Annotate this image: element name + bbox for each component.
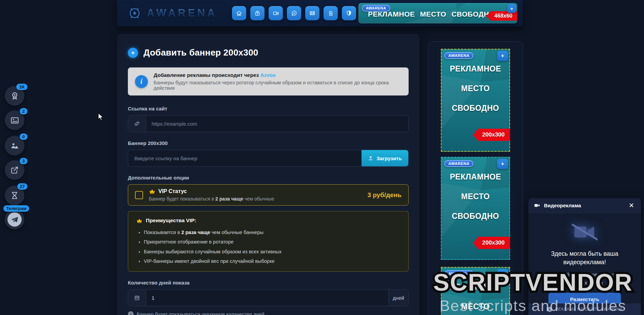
document-icon	[328, 10, 334, 16]
banner-field-label: Баннер 200x300	[128, 140, 409, 146]
side-banner-ad[interactable]: AWARENA + РЕКЛАМНОЕ МЕСТО СВОБОДНО 200x3…	[441, 49, 510, 152]
crown-icon	[149, 189, 155, 194]
bag-icon	[254, 10, 260, 16]
vip-benefits-box: Преимущества VIP: Показывается в 2 раза …	[128, 211, 409, 272]
nav-shield-button[interactable]	[342, 6, 356, 20]
shield-icon	[346, 10, 352, 16]
side-banners-panel: AWARENA + РЕКЛАМНОЕ МЕСТО СВОБОДНО 200x3…	[428, 41, 523, 315]
ad-add-button[interactable]: +	[497, 269, 508, 279]
ad-line: РЕКЛАМНОЕ	[450, 172, 501, 182]
alert-subtitle: Баннеры будут показываться через ротатор…	[154, 80, 402, 91]
nav-home-button[interactable]	[232, 6, 246, 20]
days-group: дней	[128, 289, 409, 306]
vip-description: Баннер будет показываться в 2 раза чаще …	[149, 196, 274, 202]
ad-text: РЕКЛАМНОЕ МЕСТО СВОБОДНО	[442, 64, 509, 113]
floating-links-button[interactable]: 3	[5, 160, 24, 180]
benefit-bold: 2 раза чаще	[181, 230, 210, 235]
ad-line: СВОБОДНО	[452, 104, 499, 113]
nav-shop-button[interactable]	[250, 6, 265, 20]
navbar-menu	[232, 6, 356, 20]
azvox-link[interactable]: Azvox	[260, 72, 276, 78]
ad-brand-badge: AWARENA	[444, 160, 473, 167]
home-icon	[236, 10, 242, 16]
external-link-icon	[10, 166, 19, 174]
floating-pending-button[interactable]: 27	[5, 186, 24, 205]
days-unit: дней	[388, 290, 408, 306]
banner-url-input[interactable]	[128, 150, 362, 166]
benefit-text: чем обычные баннеры	[210, 230, 264, 235]
site-link-input[interactable]	[146, 115, 408, 132]
floating-portrait-banners-button[interactable]: 0	[5, 136, 24, 155]
image-icon	[10, 116, 19, 125]
upload-icon	[368, 155, 373, 161]
badge-count: 27	[17, 183, 27, 190]
top-navbar: AWARENA AWARENA РЕКЛАМНОЕ МЕСТО СВОБОДНО…	[117, 0, 523, 26]
top-banner-ad[interactable]: AWARENA РЕКЛАМНОЕ МЕСТО СВОБОДНО 468x60 …	[358, 3, 517, 23]
ad-size-badge: 200x300	[473, 237, 510, 249]
video-camera-icon	[273, 10, 279, 17]
ad-line: МЕСТО	[461, 84, 490, 93]
card-title-row: + Добавить баннер 200x300	[128, 47, 409, 58]
benefits-title: Преимущества VIP:	[146, 217, 196, 224]
badge-label: Телеграм	[3, 205, 29, 212]
info-alert: i Добавление рекламы происходит через Az…	[128, 67, 409, 96]
vip-text: VIP Статус Баннер будет показываться в 2…	[149, 188, 274, 202]
video-slash-icon	[572, 223, 598, 241]
ad-line: МЕСТО	[461, 302, 490, 311]
vip-option[interactable]: VIP Статус Баннер будет показываться в 2…	[128, 184, 409, 206]
ad-brand-badge: AWARENA	[444, 270, 473, 277]
badge-count: 0	[20, 133, 27, 140]
link-icon	[128, 115, 146, 132]
ad-line: РЕКЛАМНОЕ	[450, 64, 501, 74]
mail-icon	[309, 10, 315, 16]
info-circle-icon: i	[135, 75, 148, 88]
ad-text: РЕКЛАМНОЕ МЕСТО СВОБОДНО	[442, 282, 509, 315]
ad-line: МЕСТО	[461, 192, 490, 201]
days-hint: i Баннер будет показываться указанное ко…	[128, 311, 409, 315]
floating-awards-button[interactable]: 1K	[5, 86, 24, 106]
calendar-icon	[128, 290, 146, 306]
floating-banners-button[interactable]: 2	[5, 110, 24, 130]
ad-add-button[interactable]: +	[497, 51, 508, 61]
nav-document-button[interactable]	[324, 6, 338, 20]
ad-text: РЕКЛАМНОЕ МЕСТО СВОБОДНО	[368, 10, 495, 18]
upload-button[interactable]: Загрузить	[362, 150, 408, 166]
side-banner-ad[interactable]: AWARENA + РЕКЛАМНОЕ МЕСТО СВОБОДНО 200x3…	[441, 157, 510, 260]
ad-add-button[interactable]: +	[507, 4, 516, 13]
vip-desc-prefix: Баннер будет показываться в	[149, 196, 215, 202]
ad-brand-badge: AWARENA	[444, 52, 473, 59]
site-link-label: Ссылка на сайт	[128, 106, 409, 111]
close-icon[interactable]: ✕	[627, 202, 636, 209]
award-icon	[10, 91, 19, 101]
awarena-logo-icon	[127, 6, 142, 21]
floating-telegram-button[interactable]: Телеграм	[5, 210, 24, 229]
nav-video-button[interactable]	[269, 6, 283, 20]
ad-add-button[interactable]: +	[497, 159, 508, 169]
add-banner-card: + Добавить баннер 200x300 i Добавление р…	[117, 34, 419, 315]
popup-header: Видеореклама ✕	[528, 198, 641, 213]
alert-content: Добавление рекламы происходит через Azvo…	[154, 72, 402, 91]
popup-subheading: Привлекайте клиентов с помощью коротких …	[536, 271, 633, 287]
nav-chat-button[interactable]	[287, 6, 301, 20]
days-input[interactable]	[146, 290, 388, 306]
ad-text: РЕКЛАМНОЕ МЕСТО СВОБОДНО	[442, 172, 509, 221]
vip-title: VIP Статус	[158, 188, 187, 194]
page-title: Добавить баннер 200x300	[143, 47, 258, 58]
brand-logo[interactable]: AWARENA	[127, 6, 217, 21]
telegram-icon	[7, 212, 22, 227]
nav-mail-button[interactable]	[305, 6, 319, 20]
alert-title-text: Добавление рекламы происходит через	[154, 72, 260, 78]
hourglass-icon	[10, 191, 19, 200]
badge-count: 1K	[16, 84, 27, 90]
video-camera-icon	[534, 202, 540, 209]
benefits-list: Показывается в 2 раза чаще чем обычные б…	[136, 228, 400, 266]
vip-checkbox[interactable]	[135, 191, 143, 199]
benefit-item: VIP-баннеры имеют двойной вес при случай…	[144, 256, 400, 266]
side-banner-ad[interactable]: AWARENA + РЕКЛАМНОЕ МЕСТО СВОБОДНО 200x3…	[441, 267, 510, 315]
video-ad-popup: Видеореклама ✕ Здесь могла быть ваша вид…	[528, 198, 641, 315]
popup-footer: i РЕКЛАМА НА САЙТЕ AWARENA	[528, 303, 641, 315]
popup-title: Видеореклама	[544, 203, 581, 208]
benefit-item: Приоритетное отображение в ротаторе	[144, 237, 400, 247]
days-label: Количество дней показа	[128, 280, 409, 286]
badge-count: 2	[20, 108, 27, 114]
